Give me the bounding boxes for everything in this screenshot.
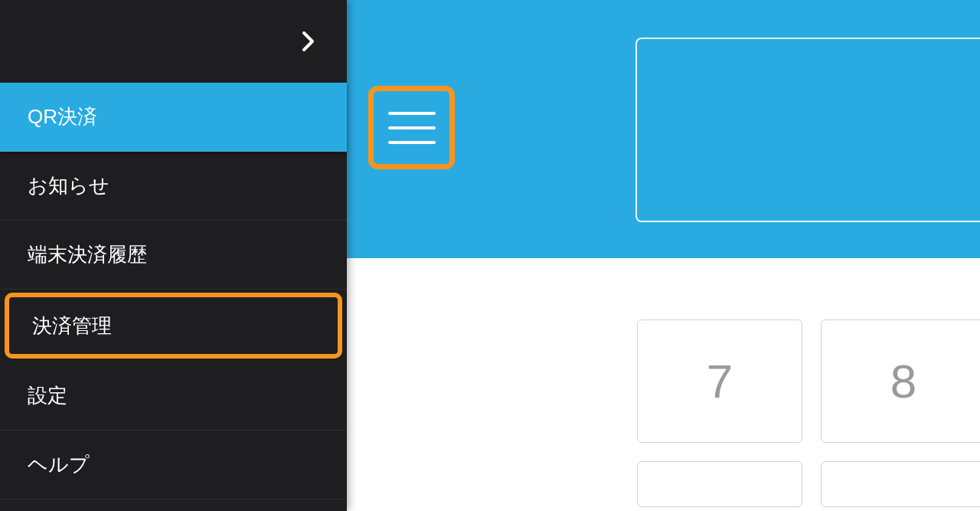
amount-display [635,38,980,222]
sidebar-item-label: ヘルプ [28,451,90,478]
chevron-right-icon [302,31,315,52]
sidebar-header [0,0,347,83]
sidebar-item-payment-management[interactable]: 決済管理 [5,293,342,359]
sidebar-item-settings[interactable]: 設定 [0,362,347,431]
main-content: 7 8 [347,0,980,511]
sidebar-item-label: 設定 [28,382,67,409]
hamburger-icon [388,112,436,144]
sidebar-item-label: 決済管理 [32,313,112,339]
keypad-key-partial[interactable] [821,461,980,507]
keypad-key-partial[interactable] [637,461,802,507]
sidebar-item-label: 端末決済履歴 [28,241,147,268]
sidebar-item-help[interactable]: ヘルプ [0,431,347,500]
sidebar-item-label: QR決済 [28,103,97,130]
key-label: 8 [890,354,916,408]
keypad: 7 8 [347,258,980,507]
keypad-key-8[interactable]: 8 [821,319,980,443]
key-label: 7 [707,354,733,408]
collapse-sidebar-button[interactable] [293,26,324,57]
sidebar-item-label: お知らせ [28,172,109,199]
sidebar-item-notifications[interactable]: お知らせ [0,152,347,221]
keypad-row: 7 8 [637,319,980,443]
sidebar-item-qr-payment[interactable]: QR決済 [0,83,347,152]
sidebar-item-terminal-payment-history[interactable]: 端末決済履歴 [0,221,347,290]
keypad-key-7[interactable]: 7 [637,319,802,443]
menu-toggle-button[interactable] [368,86,455,169]
sidebar: QR決済 お知らせ 端末決済履歴 決済管理 設定 ヘルプ [0,0,347,511]
keypad-row [637,461,980,507]
main-header [347,0,980,258]
